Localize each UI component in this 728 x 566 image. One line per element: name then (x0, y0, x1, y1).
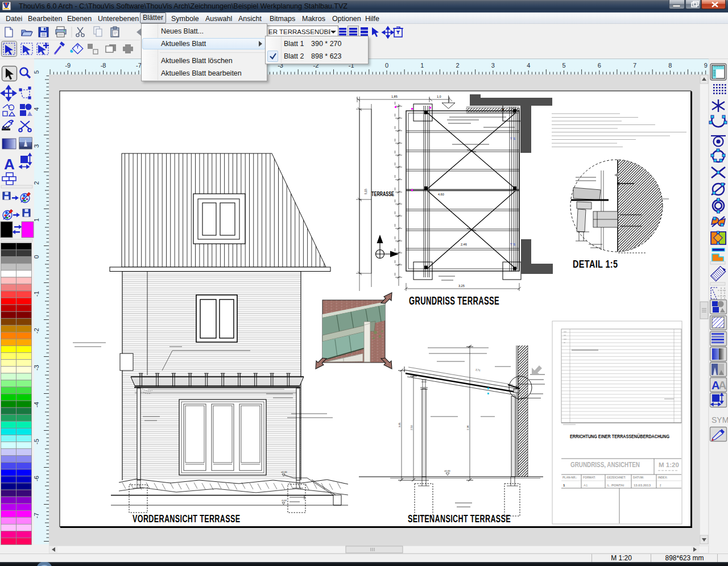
svg-text:4: 4 (527, 62, 530, 69)
svg-text:0: 0 (385, 62, 388, 69)
svg-text:-9: -9 (65, 62, 71, 69)
svg-text:9: 9 (704, 62, 708, 69)
svg-text:6: 6 (598, 62, 601, 69)
svg-text:SYM: SYM (712, 415, 728, 424)
svg-text:-2: -2 (34, 328, 40, 334)
svg-text:A1: A1 (584, 484, 588, 487)
svg-text:-7: -7 (34, 513, 40, 518)
svg-text:2,51: 2,51 (410, 425, 413, 430)
svg-text:-3: -3 (34, 365, 40, 371)
svg-text:-5: -5 (34, 439, 40, 444)
svg-text:DETAIL 1:5: DETAIL 1:5 (573, 258, 618, 269)
svg-text:8: 8 (668, 62, 672, 69)
svg-text:GEZEICHNET:: GEZEICHNET: (607, 476, 626, 479)
svg-text:INDEX:: INDEX: (658, 476, 668, 479)
svg-text:5,15: 5,15 (364, 189, 367, 194)
svg-text:5: 5 (562, 62, 565, 69)
svg-text:3: 3 (491, 62, 495, 69)
svg-text:2: 2 (34, 181, 40, 185)
svg-text:2,46: 2,46 (461, 243, 467, 246)
svg-text:3,05: 3,05 (398, 422, 401, 427)
svg-text:ERRICHTUNG EINER TERRASSENÜBER: ERRICHTUNG EINER TERRASSENÜBERDACHUNG (570, 433, 669, 439)
svg-text:GRUNDRISS TERRASSE: GRUNDRISS TERRASSE (409, 294, 499, 307)
svg-text:4: 4 (34, 107, 40, 111)
svg-text:SEITENANSICHT TERRASSE: SEITENANSICHT TERRASSE (408, 513, 511, 525)
svg-text:L. PONTAI: L. PONTAI (607, 484, 624, 487)
svg-text:4,60: 4,60 (438, 193, 444, 196)
svg-text:-6: -6 (34, 476, 40, 481)
svg-text:-0,04: -0,04 (281, 499, 287, 502)
svg-text:1,85: 1,85 (391, 95, 398, 98)
svg-text:T S: T S (510, 137, 515, 140)
svg-text:7: 7 (633, 62, 636, 69)
svg-text:A: A (718, 379, 726, 392)
svg-text:1,0: 1,0 (437, 95, 441, 98)
svg-text:A: A (4, 156, 15, 173)
svg-text:±0,00: ±0,00 (281, 471, 287, 473)
svg-text:1: 1 (34, 218, 40, 222)
svg-text:±0,00: ±0,00 (444, 469, 450, 472)
svg-text:13.03.2013: 13.03.2013 (634, 484, 651, 487)
svg-text:GRUNDRISS, ANSICHTEN: GRUNDRISS, ANSICHTEN (570, 461, 640, 469)
svg-text:DATUM:: DATUM: (633, 476, 644, 479)
svg-text:TERRASSE: TERRASSE (371, 191, 394, 198)
svg-text:1: 1 (420, 62, 424, 69)
svg-text:0: 0 (34, 255, 40, 259)
svg-text:FORMAT:: FORMAT: (583, 476, 595, 479)
svg-text:2: 2 (456, 62, 460, 69)
svg-text:-8: -8 (101, 62, 106, 69)
svg-text:3,25: 3,25 (458, 284, 465, 288)
svg-text:PLAN-NR.:: PLAN-NR.: (562, 476, 577, 479)
svg-text:-4: -4 (34, 402, 40, 407)
svg-text:M 1:20: M 1:20 (659, 461, 679, 468)
svg-text:5: 5 (34, 70, 40, 74)
svg-text:-1: -1 (34, 291, 40, 297)
svg-text:2,38: 2,38 (466, 425, 469, 430)
svg-text:T S: T S (510, 243, 515, 246)
svg-text:3: 3 (34, 144, 40, 148)
svg-text:VORDERANSICHT TERRASSE: VORDERANSICHT TERRASSE (133, 513, 240, 525)
